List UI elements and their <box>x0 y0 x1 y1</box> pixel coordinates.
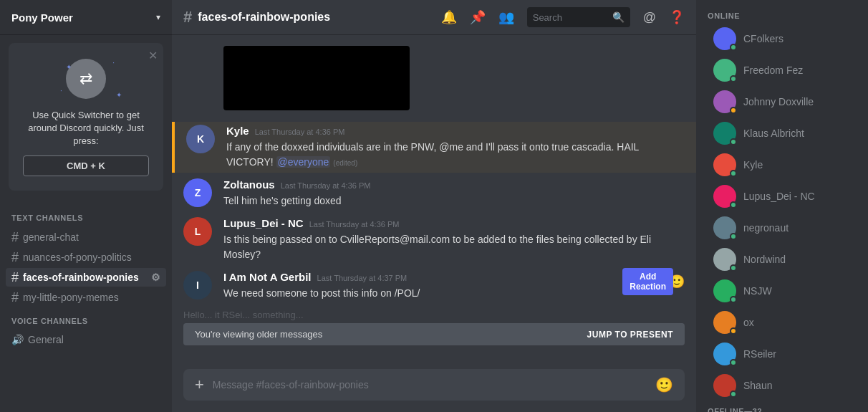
status-indicator <box>730 233 737 240</box>
table-row: Z Zoltanous Last Thursday at 4:36 PM Tel… <box>172 176 696 211</box>
bell-icon[interactable]: 🔔 <box>441 9 457 25</box>
member-name: negronaut <box>743 222 789 234</box>
quick-switcher-popup: ✕ ✦ · ⇄ · ✦ Use Quick Switcher to get ar… <box>9 43 163 191</box>
member-name: Klaus Albricht <box>743 128 804 139</box>
member-name: CFolkers <box>743 33 783 44</box>
partial-message: Hello... it RSei... something... <box>172 307 696 323</box>
voice-channels-label: VOICE CHANNELS <box>6 314 166 328</box>
add-reaction-label: Add Reaction <box>630 272 666 292</box>
pin-icon[interactable]: 📌 <box>470 9 486 25</box>
avatar <box>713 342 736 365</box>
avatar: I <box>183 271 212 300</box>
dot-decoration: ✦ <box>116 91 122 99</box>
message-content: I Am Not A Gerbil Last Thursday at 4:37 … <box>223 271 685 301</box>
messages-area[interactable]: K Kyle Last Thursday at 4:36 PM If any o… <box>172 34 696 369</box>
message-input-area: + 🙂 <box>172 369 696 412</box>
message-timestamp: Last Thursday at 4:37 PM <box>317 274 408 282</box>
channel-item-memes[interactable]: # my-little-pony-memes <box>6 288 166 307</box>
member-item[interactable]: Kyle <box>702 149 862 181</box>
channel-name: my-little-pony-memes <box>23 292 119 303</box>
member-item[interactable]: Freedom Fez <box>702 54 862 86</box>
voice-channel-general[interactable]: 🔊 General <box>6 331 166 348</box>
avatar <box>713 59 736 82</box>
message-author: I Am Not A Gerbil <box>223 271 312 283</box>
attach-icon[interactable]: + <box>195 375 204 394</box>
member-item[interactable]: negronaut <box>702 212 862 244</box>
channel-header-title: faces-of-rainbow-ponies <box>198 11 330 24</box>
message-author: Kyle <box>226 125 249 137</box>
status-indicator <box>730 107 737 114</box>
add-reaction-button[interactable]: Add Reaction <box>622 268 673 295</box>
member-item[interactable]: ox <box>702 307 862 338</box>
chevron-down-icon: ▾ <box>156 12 160 22</box>
message-text: Tell him he's getting doxed <box>223 193 685 209</box>
avatar <box>713 279 736 302</box>
avatar <box>713 153 736 176</box>
search-bar[interactable]: 🔍 <box>527 7 630 27</box>
status-indicator <box>730 75 737 82</box>
message-timestamp: Last Thursday at 4:36 PM <box>281 181 371 190</box>
help-icon[interactable]: ❓ <box>669 9 685 25</box>
avatar: K <box>186 125 215 153</box>
emoji-icon[interactable]: 🙂 <box>655 376 673 393</box>
close-icon[interactable]: ✕ <box>148 49 158 62</box>
avatar <box>713 374 736 397</box>
message-text: If any of the doxxed individuals are in … <box>226 140 685 170</box>
gear-icon[interactable]: ⚙ <box>151 272 160 283</box>
older-messages-bar: You're viewing older messages JUMP TO PR… <box>183 323 685 345</box>
message-input-wrapper: + 🙂 <box>183 369 685 401</box>
jump-to-present-button[interactable]: JUMP TO PRESENT <box>587 330 673 340</box>
member-item[interactable]: Lupus_Dei - NC <box>702 181 862 212</box>
right-sidebar: ONLINE CFolkers Freedom Fez Johnny Doxvi… <box>696 0 868 412</box>
message-input[interactable] <box>213 379 647 391</box>
member-item[interactable]: Shaun <box>702 370 862 401</box>
channel-name: nuances-of-pony-politics <box>23 251 132 263</box>
member-name: NSJW <box>743 285 772 297</box>
member-item[interactable]: Nordwind <box>702 244 862 275</box>
header-icons: 🔔 📌 👥 🔍 @ ❓ <box>441 7 685 27</box>
member-name: Nordwind <box>743 254 786 265</box>
online-section-label: ONLINE <box>696 0 868 23</box>
member-item[interactable]: CFolkers <box>702 23 862 54</box>
channel-item-general-chat[interactable]: # general-chat <box>6 228 166 246</box>
server-header[interactable]: Pony Power ▾ <box>0 0 172 34</box>
channel-item-nuances[interactable]: # nuances-of-pony-politics <box>6 248 166 267</box>
at-icon[interactable]: @ <box>643 10 656 25</box>
member-name: Shaun <box>743 380 772 391</box>
search-input[interactable] <box>533 12 612 23</box>
avatar <box>713 90 736 113</box>
edited-label: (edited) <box>333 159 357 167</box>
status-indicator <box>730 327 737 335</box>
member-item[interactable]: Johnny Doxville <box>702 86 862 118</box>
text-channels-label: TEXT CHANNELS <box>6 211 166 225</box>
search-icon: 🔍 <box>612 11 625 23</box>
image-attachment <box>223 46 410 110</box>
chat-header: # faces-of-rainbow-ponies 🔔 📌 👥 🔍 @ ❓ <box>172 0 696 34</box>
member-item[interactable]: RSeiler <box>702 338 862 370</box>
dot-decoration: ✦ <box>66 63 72 71</box>
main-chat: # faces-of-rainbow-ponies 🔔 📌 👥 🔍 @ ❓ K … <box>172 0 696 412</box>
avatar <box>713 27 736 50</box>
message-text: Is this being passed on to CvilleReports… <box>223 232 685 262</box>
member-name: Freedom Fez <box>743 64 803 76</box>
status-indicator <box>730 391 737 398</box>
message-timestamp: Last Thursday at 4:36 PM <box>255 128 345 136</box>
left-sidebar: Pony Power ▾ ✕ ✦ · ⇄ · ✦ Use Quick Switc… <box>0 0 172 412</box>
message-text: We need someone to post this info on /PO… <box>223 286 685 301</box>
message-header: Kyle Last Thursday at 4:36 PM <box>226 125 685 137</box>
channel-name: faces-of-rainbow-ponies <box>23 272 139 283</box>
partial-message-text: Hello... it RSei... something... <box>183 310 304 320</box>
hash-icon: # <box>11 291 19 304</box>
channel-hash-icon: # <box>183 8 192 27</box>
channel-item-faces[interactable]: # faces-of-rainbow-ponies ⚙ <box>6 268 166 287</box>
older-messages-text: You're viewing older messages <box>195 329 322 340</box>
member-item[interactable]: NSJW <box>702 275 862 307</box>
member-name: Johnny Doxville <box>743 96 814 107</box>
status-indicator <box>730 44 737 51</box>
table-row: L Lupus_Dei - NC Last Thursday at 4:36 P… <box>172 214 696 265</box>
member-item[interactable]: Klaus Albricht <box>702 118 862 149</box>
quick-switcher-icon: ⇄ <box>66 59 106 99</box>
member-name: Kyle <box>743 159 763 171</box>
quick-switcher-shortcut[interactable]: CMD + K <box>23 155 149 176</box>
members-icon[interactable]: 👥 <box>498 9 514 25</box>
